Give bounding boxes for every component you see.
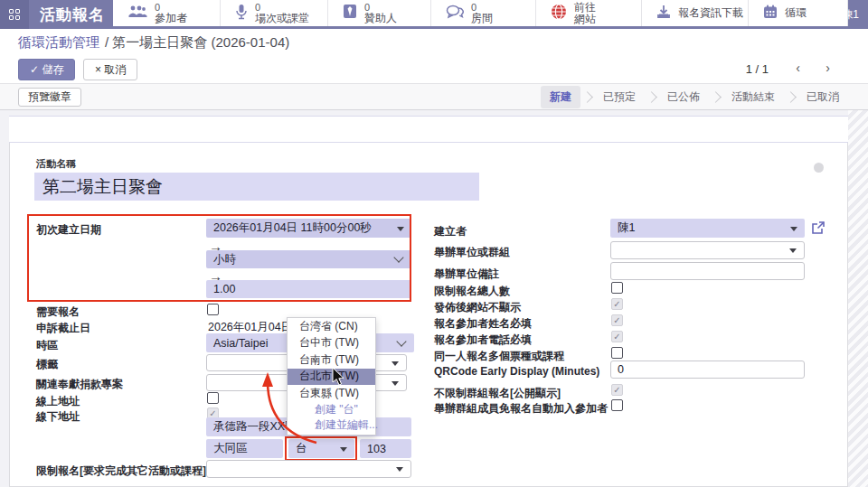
status-bar: 預覽徽章 新建 已預定 已公佈 活動結束 已取消 [0,83,868,110]
online-address-label: 線上地址 [36,394,80,409]
menu-item-taitung[interactable]: 台東縣 (TW) [288,385,375,402]
stage-cancelled[interactable]: 已取消 [797,86,848,108]
stage-separator-icon [581,91,593,103]
city-select[interactable]: 台 [288,439,354,458]
stage-new[interactable]: 新建 [541,86,580,108]
menu-item-tainan[interactable]: 台南市 (TW) [288,351,375,369]
download-icon [656,5,671,23]
stat-label: 前往網站 [574,2,605,25]
multi-ticket-checkbox[interactable] [611,347,623,359]
qrcode-early-input[interactable]: 0 [610,361,805,379]
stage-ended[interactable]: 活動結束 [722,86,784,108]
stage-announced[interactable]: 已公佈 [658,86,709,108]
first-date-value: 2026年01月04日 11時00分00秒 [213,220,372,236]
form-sheet [9,116,848,487]
breadcrumb: 循環活動管理 / 第一場主日聚會 (2026-01-04) [0,29,868,56]
multi-ticket-label: 同一人報名多個票種或課程 [434,349,564,364]
menu-item-create-edit[interactable]: 創建並編輯... [288,417,375,433]
unlimited-group-label: 不限制群組報名[公開顯示] [434,386,561,401]
creator-value: 陳1 [618,220,635,236]
creator-select[interactable]: 陳1 [610,219,805,238]
organizer-note-input[interactable] [610,262,805,280]
ribbon-dot [814,163,824,173]
chevron-down-icon [396,336,406,346]
hide-after-publish-checkbox[interactable] [611,298,623,310]
caret-down-icon [397,227,404,231]
sheet-margin-stripes [848,110,868,487]
first-date-select[interactable]: 2026年01月04日 11時00分00秒 [206,219,411,238]
app-title: 活動報名 [40,5,105,25]
users-icon [127,5,147,23]
stage-booked[interactable]: 已預定 [594,86,645,108]
qrcode-early-label: QRCode Early Display (Minutes) [434,365,599,378]
unlimited-group-checkbox[interactable] [611,384,623,396]
stat-label: 參加者 [155,13,187,24]
microphone-icon [235,4,248,23]
organizer-group-label: 舉辦單位或群組 [434,245,510,260]
restrict-registration-label: 限制報名[要求完成其它活動或課程] [36,464,206,479]
online-address-checkbox[interactable] [207,392,219,404]
stat-button-sessions[interactable]: 0 場次或課堂 [221,0,328,26]
breadcrumb-current: / 第一場主日聚會 (2026-01-04) [105,34,289,52]
name-required-checkbox[interactable] [611,314,623,326]
recurrence-duration-input[interactable]: 1.00 [206,280,411,298]
timezone-value: Asia/Taipei [213,337,268,350]
tags-label: 標籤 [36,357,58,372]
hide-after-publish-label: 發佈後網站不顯示 [434,300,521,315]
pager-next-icon[interactable]: › [826,61,830,75]
stat-button-recurring[interactable]: 循環 [749,0,848,26]
name-required-label: 報名參加者姓名必填 [434,316,532,332]
need-registration-checkbox[interactable] [207,304,219,315]
auto-join-checkbox[interactable] [611,399,623,411]
apps-grid-icon[interactable] [0,0,29,29]
stage-separator-icon [785,91,797,103]
caret-down-icon [396,467,403,472]
menu-item-taiwan-province[interactable]: 台湾省 (CN) [288,318,375,335]
event-name-label: 活動名稱 [36,157,76,171]
city-dropdown-menu: 台湾省 (CN) 台中市 (TW) 台南市 (TW) 台北市 (TW) 台東縣 … [287,317,376,435]
pager-count: 1 / 1 [746,62,769,76]
stat-button-attendees[interactable]: 0 參加者 [113,0,221,26]
menu-item-taichung[interactable]: 台中市 (TW) [288,335,375,352]
stat-label: 循環 [785,7,807,19]
stage-pipeline: 新建 已預定 已公佈 活動結束 已取消 [541,84,848,110]
organizer-group-combobox[interactable] [610,241,805,259]
stat-button-go-to-website[interactable]: 前往網站 [536,0,642,26]
auto-join-label: 舉辦群組成員免報名自動加入參加者 [434,401,608,417]
caret-down-icon [392,361,399,366]
limit-total-checkbox[interactable] [611,282,623,294]
caret-down-icon [789,248,797,253]
zip-input[interactable]: 103 [360,439,411,458]
breadcrumb-parent[interactable]: 循環活動管理 [18,34,99,52]
stat-label: 房間 [471,13,493,24]
menu-item-create[interactable]: 創建 "台" [288,402,375,417]
menu-item-taipei[interactable]: 台北市 (TW) [288,369,375,386]
stat-button-sponsors[interactable]: 0 贊助人 [328,0,431,26]
city-value: 台 [296,441,307,456]
need-registration-label: 需要報名 [36,304,80,320]
phone-required-label: 報名參加者電話必填 [434,332,532,348]
chat-bubbles-icon [446,5,464,23]
limit-total-label: 限制報名總人數 [434,284,510,299]
globe-icon [551,4,567,23]
sponsor-icon [343,4,357,23]
appeal-deadline-label: 申訴截止日 [36,321,90,336]
donation-project-label: 關連奉獻捐款專案 [36,377,123,392]
district-input[interactable]: 大同區 [206,439,283,458]
save-button[interactable]: ✓ 儲存 [18,59,75,80]
preview-badge-button[interactable]: 預覽徽章 [18,88,81,107]
pager-prev-icon[interactable]: ‹ [796,61,800,75]
restrict-registration-combobox[interactable] [206,460,411,478]
recurrence-unit-select[interactable]: 小時 [206,250,411,268]
stat-button-row [9,116,848,143]
stage-separator-icon [646,91,657,103]
stat-label: 場次或課堂 [255,13,309,24]
stat-button-download-registrations[interactable]: 報名資訊下載 [642,0,749,26]
organizer-note-label: 舉辦單位備註 [434,267,499,282]
cancel-button[interactable]: × 取消 [83,59,137,80]
event-name-input[interactable]: 第二場主日聚會 [34,173,479,201]
stat-label: 贊助人 [364,13,397,24]
external-link-icon[interactable] [811,220,826,239]
stat-button-rooms[interactable]: 0 房間 [431,0,536,26]
phone-required-checkbox[interactable] [611,331,623,342]
